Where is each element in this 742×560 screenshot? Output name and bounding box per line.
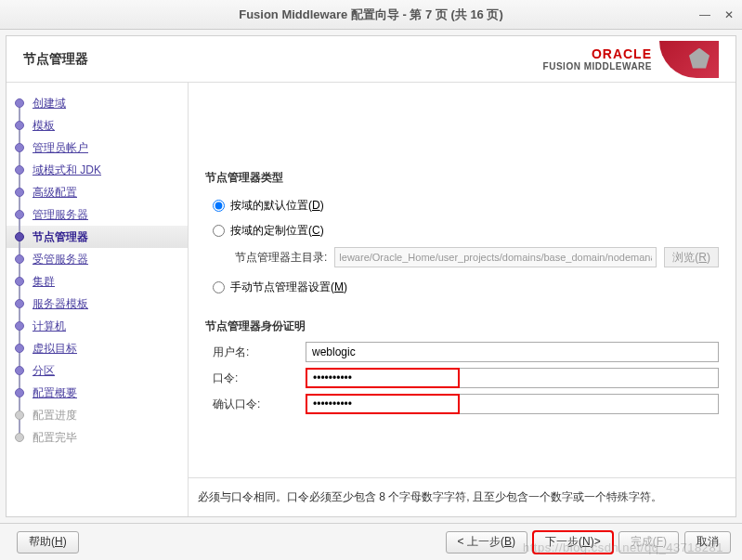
step-5[interactable]: 管理服务器: [14, 203, 180, 226]
help-button[interactable]: 帮助(H): [17, 531, 79, 553]
step-list: 创建域模板管理员帐户域模式和 JDK高级配置管理服务器节点管理器受管服务器集群服…: [14, 92, 180, 449]
step-2[interactable]: 管理员帐户: [14, 137, 180, 159]
brand-badge: ORACLE FUSION MIDDLEWARE: [543, 41, 719, 78]
step-7[interactable]: 受管服务器: [14, 248, 180, 270]
step-label: 集群: [33, 274, 55, 290]
window-controls: — ✕: [699, 9, 735, 20]
username-label: 用户名:: [213, 345, 306, 360]
step-label: 管理服务器: [33, 207, 88, 223]
step-bullet-icon: [15, 165, 24, 175]
step-4[interactable]: 高级配置: [14, 181, 180, 203]
step-bullet-icon: [15, 344, 24, 353]
step-bullet-icon: [15, 410, 24, 420]
step-label: 配置进度: [33, 408, 77, 423]
sidebar: 创建域模板管理员帐户域模式和 JDK高级配置管理服务器节点管理器受管服务器集群服…: [7, 83, 189, 516]
step-bullet-icon: [15, 121, 24, 130]
step-8[interactable]: 集群: [14, 270, 180, 293]
step-label: 服务器模板: [33, 296, 88, 312]
step-label: 域模式和 JDK: [33, 163, 101, 178]
footer: 帮助(H) < 上一步(B) 下一步(N)> 完成(F) 取消: [0, 523, 742, 560]
radio-custom-label: 按域的定制位置(C): [230, 223, 324, 239]
next-button[interactable]: 下一步(N)>: [533, 531, 613, 553]
step-label: 管理员帐户: [33, 140, 88, 156]
oracle-logo-icon: [659, 41, 719, 78]
step-label: 模板: [33, 118, 55, 134]
radio-default-label: 按域的默认位置(D): [230, 198, 324, 214]
brand-name: ORACLE: [543, 46, 652, 61]
step-10[interactable]: 计算机: [14, 315, 180, 337]
home-dir-input: [334, 247, 657, 267]
cred-section-title: 节点管理器身份证明: [205, 319, 719, 334]
radio-custom-row[interactable]: 按域的定制位置(C): [213, 218, 719, 243]
radio-default[interactable]: [213, 200, 225, 212]
page-title: 节点管理器: [23, 51, 88, 68]
step-11[interactable]: 虚拟目标: [14, 337, 180, 359]
titlebar: Fusion Middleware 配置向导 - 第 7 页 (共 16 页) …: [0, 0, 742, 30]
step-3[interactable]: 域模式和 JDK: [14, 159, 180, 181]
password-input[interactable]: [306, 368, 460, 388]
radio-manual-row[interactable]: 手动节点管理器设置(M): [213, 275, 719, 300]
step-9[interactable]: 服务器模板: [14, 293, 180, 315]
step-bullet-icon: [15, 277, 24, 286]
radio-custom[interactable]: [213, 225, 225, 237]
main-form: 节点管理器类型 按域的默认位置(D) 按域的定制位置(C) 节点管理器主目录:: [189, 83, 735, 477]
step-bullet-icon: [15, 188, 24, 197]
main-panel: 节点管理器类型 按域的默认位置(D) 按域的定制位置(C) 节点管理器主目录:: [189, 83, 735, 516]
step-bullet-icon: [15, 321, 24, 331]
username-input[interactable]: [306, 342, 719, 362]
password-input-ext[interactable]: [460, 368, 719, 388]
home-dir-row: 节点管理器主目录: 浏览(R): [235, 247, 719, 267]
step-bullet-icon: [15, 254, 24, 264]
step-0[interactable]: 创建域: [14, 92, 180, 114]
radio-manual-label: 手动节点管理器设置(M): [230, 280, 347, 295]
help-bar: 必须与口令相同。口令必须至少包含 8 个字母数字字符, 且至少包含一个数字或一个…: [189, 477, 735, 516]
type-section-title: 节点管理器类型: [205, 170, 719, 186]
username-row: 用户名:: [213, 342, 719, 362]
step-label: 配置完毕: [33, 430, 77, 446]
step-label: 高级配置: [33, 185, 77, 201]
step-13[interactable]: 配置概要: [14, 382, 180, 404]
help-text: 必须与口令相同。口令必须至少包含 8 个字母数字字符, 且至少包含一个数字或一个…: [198, 489, 662, 505]
back-button[interactable]: < 上一步(B): [446, 531, 527, 553]
step-bullet-icon: [15, 433, 24, 442]
content: 创建域模板管理员帐户域模式和 JDK高级配置管理服务器节点管理器受管服务器集群服…: [7, 83, 735, 516]
step-bullet-icon: [15, 232, 24, 241]
browse-button: 浏览(R): [664, 247, 719, 267]
body-area: 节点管理器 ORACLE FUSION MIDDLEWARE 创建域模板管理员帐…: [6, 35, 736, 517]
step-12[interactable]: 分区: [14, 359, 180, 382]
password-row: 口令:: [213, 368, 719, 388]
close-button[interactable]: ✕: [723, 9, 735, 20]
home-dir-label: 节点管理器主目录:: [235, 250, 327, 266]
credential-section: 节点管理器身份证明 用户名: 口令: 确认口令:: [205, 319, 719, 414]
step-label: 配置概要: [33, 385, 77, 401]
radio-manual[interactable]: [213, 281, 225, 293]
step-bullet-icon: [15, 299, 24, 308]
wizard-window: Fusion Middleware 配置向导 - 第 7 页 (共 16 页) …: [0, 0, 742, 560]
brand-sub: FUSION MIDDLEWARE: [543, 61, 652, 72]
minimize-button[interactable]: —: [699, 9, 710, 20]
confirm-label: 确认口令:: [213, 397, 306, 412]
step-bullet-icon: [15, 143, 24, 152]
step-15: 配置完毕: [14, 426, 180, 449]
step-1[interactable]: 模板: [14, 114, 180, 137]
step-label: 计算机: [33, 319, 66, 334]
header: 节点管理器 ORACLE FUSION MIDDLEWARE: [7, 36, 735, 83]
step-bullet-icon: [15, 388, 24, 397]
password-label: 口令:: [213, 371, 306, 386]
step-6[interactable]: 节点管理器: [14, 226, 180, 248]
window-title: Fusion Middleware 配置向导 - 第 7 页 (共 16 页): [239, 7, 503, 23]
cancel-button[interactable]: 取消: [684, 531, 731, 553]
radio-default-row[interactable]: 按域的默认位置(D): [213, 193, 719, 218]
step-bullet-icon: [15, 210, 24, 219]
step-label: 分区: [33, 363, 55, 379]
step-label: 节点管理器: [33, 229, 88, 245]
step-label: 受管服务器: [33, 252, 88, 267]
brand-text: ORACLE FUSION MIDDLEWARE: [543, 46, 652, 72]
confirm-input[interactable]: [306, 394, 460, 414]
step-bullet-icon: [15, 98, 24, 108]
step-label: 创建域: [33, 96, 66, 111]
confirm-input-ext[interactable]: [460, 394, 719, 414]
type-radio-group: 按域的默认位置(D) 按域的定制位置(C) 节点管理器主目录: 浏览(R): [213, 193, 719, 300]
confirm-row: 确认口令:: [213, 394, 719, 414]
finish-button: 完成(F): [618, 531, 679, 553]
